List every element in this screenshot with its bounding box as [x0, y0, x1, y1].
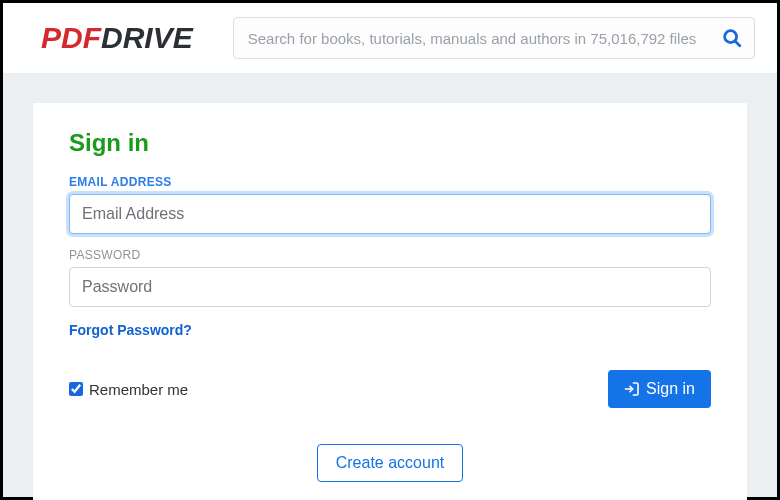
signin-title: Sign in — [69, 129, 711, 157]
email-label: EMAIL ADDRESS — [69, 175, 711, 189]
forgot-password-link[interactable]: Forgot Password? — [69, 322, 192, 338]
app-frame: PDFDRIVE Sign in EMAIL ADDRESS PASSWORD … — [0, 0, 780, 500]
create-account-label: Create account — [336, 454, 445, 472]
search-wrap — [233, 17, 755, 59]
top-bar: PDFDRIVE — [3, 3, 777, 73]
svg-line-1 — [735, 41, 740, 46]
signin-icon — [624, 381, 640, 397]
remember-me-checkbox[interactable] — [69, 382, 83, 396]
signin-card: Sign in EMAIL ADDRESS PASSWORD Forgot Pa… — [33, 103, 747, 500]
logo-part-drive: DRIVE — [101, 21, 193, 54]
signin-row: Remember me Sign in — [69, 370, 711, 408]
remember-me-label: Remember me — [89, 381, 188, 398]
content-area: Sign in EMAIL ADDRESS PASSWORD Forgot Pa… — [3, 73, 777, 500]
search-button[interactable] — [715, 21, 749, 55]
search-icon — [721, 27, 743, 49]
password-field[interactable] — [69, 267, 711, 307]
email-field[interactable] — [69, 194, 711, 234]
logo-part-pdf: PDF — [41, 21, 101, 54]
remember-me[interactable]: Remember me — [69, 381, 188, 398]
signin-button-label: Sign in — [646, 380, 695, 398]
search-input[interactable] — [233, 17, 755, 59]
create-account-row: Create account — [69, 444, 711, 482]
signin-button[interactable]: Sign in — [608, 370, 711, 408]
logo[interactable]: PDFDRIVE — [41, 21, 193, 55]
create-account-button[interactable]: Create account — [317, 444, 464, 482]
password-label: PASSWORD — [69, 248, 711, 262]
